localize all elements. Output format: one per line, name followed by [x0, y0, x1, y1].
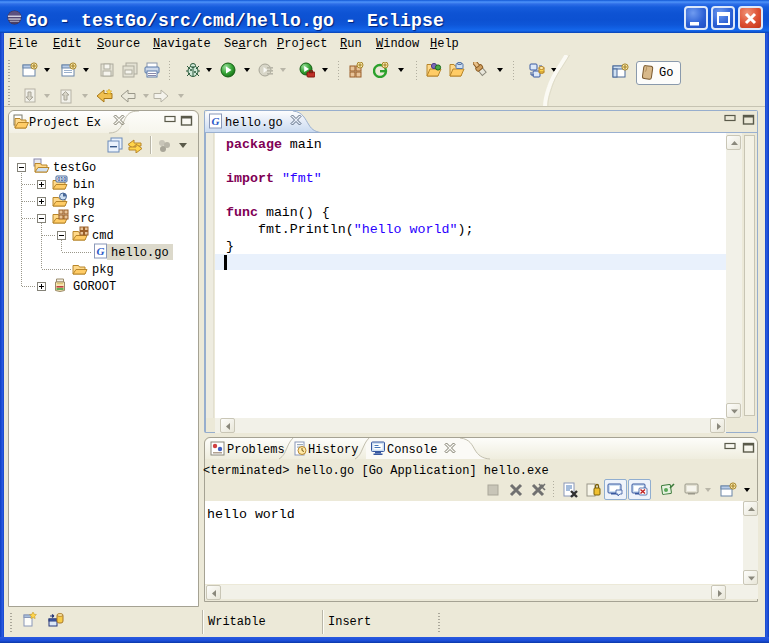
svg-text:G: G [212, 115, 220, 127]
svg-text:G: G [97, 245, 105, 257]
svg-text:010: 010 [57, 176, 66, 182]
